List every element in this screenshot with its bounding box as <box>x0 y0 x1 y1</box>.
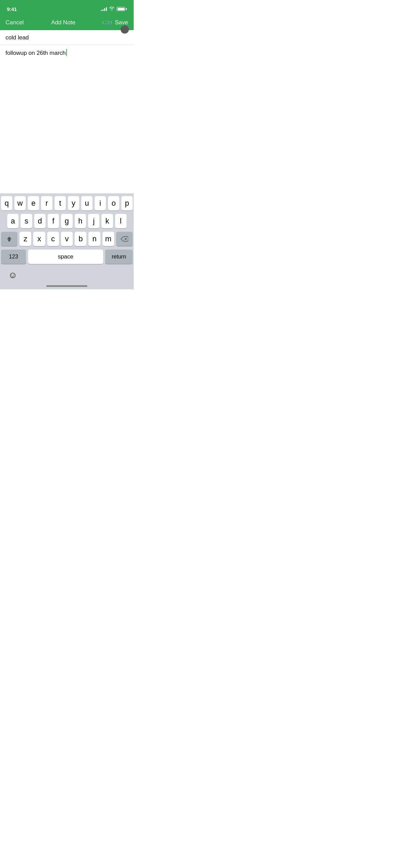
content-area: cold lead followup on 26th march q w e r… <box>0 30 134 289</box>
shift-key[interactable] <box>1 232 17 246</box>
save-button[interactable]: Save <box>115 19 128 26</box>
numbers-key[interactable]: 123 <box>1 250 26 264</box>
navigation-bar: Cancel Add Note 📎 Save <box>0 15 134 30</box>
keyboard-row-3: z x c v b n m <box>1 232 133 246</box>
key-c[interactable]: c <box>47 232 59 246</box>
key-p[interactable]: p <box>121 196 133 210</box>
nav-title: Add Note <box>51 19 75 26</box>
key-q[interactable]: q <box>1 196 12 210</box>
key-h[interactable]: h <box>75 214 86 228</box>
keyboard-accessory-bar: ☺ <box>1 267 133 282</box>
key-z[interactable]: z <box>20 232 31 246</box>
cancel-button[interactable]: Cancel <box>5 19 24 26</box>
key-t[interactable]: t <box>54 196 66 210</box>
key-s[interactable]: s <box>21 214 32 228</box>
key-n[interactable]: n <box>88 232 100 246</box>
key-i[interactable]: i <box>95 196 106 210</box>
note-title: cold lead <box>5 34 29 41</box>
keyboard-row-1: q w e r t y u i o p <box>1 196 133 210</box>
home-indicator <box>1 282 133 289</box>
battery-icon <box>117 7 127 11</box>
home-bar <box>46 285 87 287</box>
note-body-text: followup on 26th march <box>5 50 66 56</box>
key-x[interactable]: x <box>33 232 45 246</box>
status-time: 9:41 <box>7 6 17 12</box>
key-m[interactable]: m <box>102 232 114 246</box>
key-r[interactable]: r <box>41 196 52 210</box>
key-k[interactable]: k <box>101 214 113 228</box>
key-b[interactable]: b <box>75 232 86 246</box>
key-u[interactable]: u <box>81 196 93 210</box>
key-j[interactable]: j <box>88 214 99 228</box>
key-l[interactable]: l <box>115 214 126 228</box>
wifi-icon <box>109 6 114 12</box>
status-icons <box>101 6 127 12</box>
key-o[interactable]: o <box>108 196 119 210</box>
key-v[interactable]: v <box>61 232 73 246</box>
signal-icon <box>101 7 107 11</box>
emoji-button[interactable]: ☺ <box>7 269 19 281</box>
key-d[interactable]: d <box>34 214 46 228</box>
return-key[interactable]: return <box>105 250 133 264</box>
text-cursor <box>66 49 67 56</box>
keyboard-row-4: 123 space return <box>1 250 133 264</box>
key-y[interactable]: y <box>68 196 79 210</box>
key-w[interactable]: w <box>14 196 26 210</box>
key-g[interactable]: g <box>61 214 72 228</box>
key-a[interactable]: a <box>7 214 19 228</box>
attachment-icon[interactable]: 📎 <box>101 17 113 29</box>
delete-key[interactable] <box>116 232 133 246</box>
key-f[interactable]: f <box>48 214 59 228</box>
note-title-area[interactable]: cold lead <box>0 30 134 45</box>
keyboard: q w e r t y u i o p a s d f g h j k l <box>0 193 134 289</box>
keyboard-row-2: a s d f g h j k l <box>1 214 133 228</box>
key-e[interactable]: e <box>28 196 39 210</box>
space-key[interactable]: space <box>28 250 103 264</box>
status-bar: 9:41 <box>0 0 134 15</box>
